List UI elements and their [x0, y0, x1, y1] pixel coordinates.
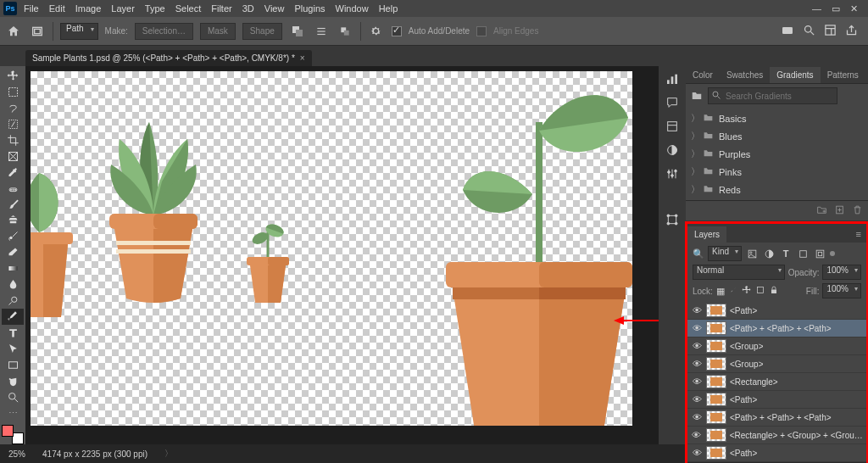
panel-tab-gradients[interactable]: Gradients: [770, 67, 820, 83]
home-icon[interactable]: [5, 23, 22, 40]
panel-tab-color[interactable]: Color: [686, 67, 720, 83]
foreground-color-swatch[interactable]: [2, 425, 14, 437]
dock-transform-icon[interactable]: [663, 210, 682, 229]
path-mode-dropdown[interactable]: Path: [60, 23, 98, 40]
lock-artboard-icon[interactable]: [755, 285, 765, 297]
menu-view[interactable]: View: [259, 2, 290, 15]
gradient-group-purples[interactable]: 〉Purples: [686, 145, 868, 163]
layer-row[interactable]: 👁<Path>: [687, 302, 866, 320]
crop-tool[interactable]: [2, 132, 24, 148]
visibility-icon[interactable]: 👁: [691, 430, 703, 440]
lock-transparent-icon[interactable]: ▦: [716, 286, 725, 297]
layer-thumbnail[interactable]: [706, 321, 726, 335]
dock-histogram-icon[interactable]: [663, 70, 682, 88]
layer-thumbnail[interactable]: [706, 357, 726, 371]
recent-files-icon[interactable]: [29, 23, 46, 40]
lock-image-icon[interactable]: [728, 285, 738, 297]
window-minimize-icon[interactable]: —: [812, 3, 821, 14]
lasso-tool[interactable]: [2, 100, 24, 116]
gradient-tool[interactable]: [2, 260, 24, 276]
auto-add-delete-checkbox[interactable]: [392, 26, 402, 36]
menu-help[interactable]: Help: [374, 2, 403, 15]
background-color-swatch[interactable]: [12, 432, 24, 444]
edit-toolbar-icon[interactable]: ⋯: [2, 405, 24, 421]
layer-row[interactable]: 👁<Path> + <Path> + <Path>: [687, 409, 866, 427]
visibility-icon[interactable]: 👁: [691, 341, 703, 351]
layer-thumbnail[interactable]: [706, 339, 726, 353]
eyedropper-tool[interactable]: [2, 165, 24, 181]
zoom-level[interactable]: 25%: [8, 449, 25, 459]
layer-row[interactable]: 👁<Rectangle> + <Group> + <Group>: [687, 427, 866, 444]
visibility-icon[interactable]: 👁: [691, 412, 703, 422]
delete-gradient-icon[interactable]: [852, 204, 863, 217]
gradient-group-basics[interactable]: 〉Basics: [686, 109, 868, 127]
gradient-group-reds[interactable]: 〉Reds: [686, 181, 868, 198]
menu-select[interactable]: Select: [170, 2, 207, 15]
rectangle-tool[interactable]: [2, 357, 24, 373]
path-selection-tool[interactable]: [2, 341, 24, 357]
layer-thumbnail[interactable]: [706, 446, 726, 460]
close-tab-icon[interactable]: ×: [300, 53, 305, 63]
canvas-area[interactable]: [25, 66, 659, 444]
path-operations-icon[interactable]: [289, 23, 306, 40]
dock-adjustments-icon[interactable]: [663, 141, 682, 159]
gradient-group-blues[interactable]: 〉Blues: [686, 127, 868, 145]
menu-file[interactable]: File: [19, 2, 44, 15]
menu-filter[interactable]: Filter: [206, 2, 236, 15]
opacity-dropdown[interactable]: 100%: [822, 265, 861, 280]
object-selection-tool[interactable]: [2, 116, 24, 132]
visibility-icon[interactable]: 👁: [691, 359, 703, 369]
filter-smartobject-icon[interactable]: [813, 247, 826, 260]
visibility-icon[interactable]: 👁: [691, 394, 703, 404]
healing-brush-tool[interactable]: [2, 181, 24, 197]
panel-menu-icon[interactable]: ≡: [851, 226, 866, 243]
frame-tool[interactable]: [2, 148, 24, 165]
menu-image[interactable]: Image: [70, 2, 107, 15]
menu-type[interactable]: Type: [140, 2, 170, 15]
gradient-search-input[interactable]: [708, 87, 837, 104]
menu-3d[interactable]: 3D: [237, 2, 259, 15]
filter-pixel-icon[interactable]: [745, 247, 759, 260]
move-tool[interactable]: [2, 68, 24, 84]
new-gradient-group-icon[interactable]: [816, 204, 827, 217]
gradient-group-pinks[interactable]: 〉Pinks: [686, 163, 868, 181]
layer-row[interactable]: 👁<Path> + <Path> + <Path>: [687, 320, 866, 337]
visibility-icon[interactable]: 👁: [691, 448, 703, 458]
brush-tool[interactable]: [2, 197, 24, 213]
workspace-icon[interactable]: [824, 24, 837, 38]
document-tab[interactable]: Sample Plants 1.psd @ 25% (<Path> + <Pat…: [25, 50, 312, 66]
clone-stamp-tool[interactable]: [2, 212, 24, 228]
path-arrangement-icon[interactable]: [337, 23, 353, 40]
make-shape-button[interactable]: Shape: [242, 23, 282, 40]
gradient-preset-folder-icon[interactable]: [689, 88, 704, 103]
visibility-icon[interactable]: 👁: [691, 323, 703, 333]
menu-layer[interactable]: Layer: [106, 2, 140, 15]
layer-thumbnail[interactable]: [706, 304, 726, 317]
align-edges-checkbox[interactable]: [476, 26, 487, 36]
eraser-tool[interactable]: [2, 244, 24, 260]
dodge-tool[interactable]: [2, 293, 24, 309]
layer-thumbnail[interactable]: [706, 410, 726, 424]
blur-tool[interactable]: [2, 276, 24, 293]
layer-row[interactable]: 👁<Path>: [687, 444, 866, 462]
marquee-tool[interactable]: [2, 84, 24, 100]
panel-tab-patterns[interactable]: Patterns: [821, 67, 865, 83]
history-brush-tool[interactable]: [2, 228, 24, 244]
menu-edit[interactable]: Edit: [44, 2, 70, 15]
layer-filter-kind-dropdown[interactable]: Kind: [708, 246, 742, 261]
layer-row[interactable]: 👁<Group>: [687, 337, 866, 355]
layer-row[interactable]: 👁<Path>: [687, 391, 866, 409]
filter-toggle-icon[interactable]: [830, 251, 835, 256]
filter-type-icon[interactable]: T: [779, 247, 793, 260]
filter-shape-icon[interactable]: [796, 247, 810, 260]
layer-row[interactable]: 👁<Rectangle>: [687, 373, 866, 391]
menu-window[interactable]: Window: [331, 2, 374, 15]
fill-dropdown[interactable]: 100%: [822, 283, 861, 298]
hand-tool[interactable]: [2, 373, 24, 389]
lock-position-icon[interactable]: [742, 285, 752, 297]
cloud-docs-icon[interactable]: [781, 24, 794, 39]
document-dimensions[interactable]: 4174 px x 2235 px (300 ppi): [42, 449, 147, 459]
lock-all-icon[interactable]: [769, 285, 779, 297]
type-tool[interactable]: [2, 325, 24, 341]
layer-row[interactable]: 👁<Group>: [687, 355, 866, 373]
